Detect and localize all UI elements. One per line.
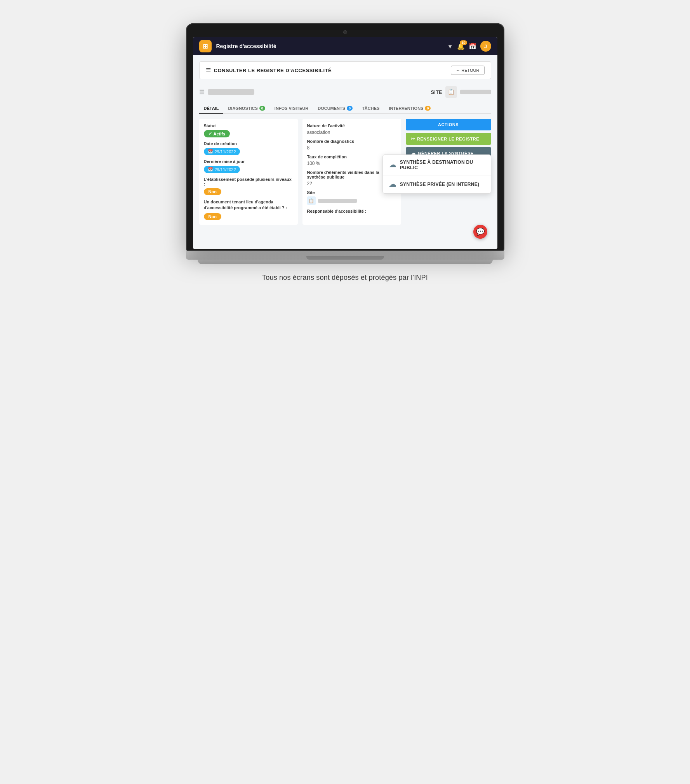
cloud-icon-private: ☁ — [389, 180, 396, 189]
tab-diagnostics-label: DIAGNOSTICS — [228, 106, 257, 111]
calendar-icon-date2: 📅 — [208, 167, 213, 172]
site-text-blur — [460, 90, 491, 94]
tab-interventions-badge: 0 — [425, 106, 431, 111]
page-header: ☰ CONSULTER LE REGISTRE D'ACCESSIBILITÉ … — [199, 61, 491, 79]
activite-value: association — [307, 130, 396, 135]
back-button[interactable]: ← RETOUR — [451, 66, 484, 75]
date-creation-text: 29/11/2022 — [215, 149, 236, 154]
agenda-label: Un document tenant lieu d'agenda d'acces… — [204, 199, 293, 211]
statut-label: Statut — [204, 123, 293, 128]
tabs-row: DÉTAIL DIAGNOSTICS 8 INFOS VISITEUR DOCU… — [199, 103, 491, 114]
niveaux-value: Non — [204, 188, 221, 195]
filter-icon[interactable]: ▼ — [447, 43, 453, 50]
tab-detail[interactable]: DÉTAIL — [199, 103, 224, 114]
dropdown-item-public[interactable]: ☁ SYNTHÈSE À DESTINATION DU PUBLIC — [383, 155, 491, 175]
detail-grid: Statut ✓ Actifs Date de création 📅 29/ — [199, 119, 491, 225]
site-blur-value — [318, 199, 357, 203]
app-content: ☰ CONSULTER LE REGISTRE D'ACCESSIBILITÉ … — [193, 55, 497, 249]
tab-documents-label: DOCUMENTS — [318, 106, 345, 111]
site-label-text: SITE — [431, 89, 442, 95]
laptop-hinge — [306, 256, 384, 260]
activite-label: Nature de l'activité — [307, 123, 396, 128]
app-title: Registre d'accessibilité — [216, 43, 443, 49]
caption-text: Tous nos écrans sont déposés et protégés… — [262, 274, 428, 282]
actions-button[interactable]: ACTIONS — [406, 119, 491, 130]
site-name-blur — [208, 89, 254, 95]
date-creation-label: Date de création — [204, 141, 293, 146]
tab-infos-label: INFOS VISITEUR — [275, 106, 308, 111]
date-creation-value: 📅 29/11/2022 — [204, 148, 240, 155]
tab-interventions-label: INTERVENTIONS — [389, 106, 423, 111]
app-topbar: ⊞ Registre d'accessibilité ▼ 🔔 10 📅 J — [193, 37, 497, 55]
laptop-screen: ⊞ Registre d'accessibilité ▼ 🔔 10 📅 J — [193, 37, 497, 249]
detail-left-col: Statut ✓ Actifs Date de création 📅 29/ — [199, 119, 298, 225]
topbar-right: ▼ 🔔 10 📅 J — [447, 41, 491, 52]
statut-value: Actifs — [214, 132, 226, 136]
site-doc-icon: 📋 — [445, 86, 457, 98]
dropdown-item-private-label: SYNTHÈSE PRIVÉE (EN INTERNE) — [400, 182, 479, 187]
renseigner-label: RENSEIGNER LE REGISTRE — [417, 137, 479, 141]
tab-detail-label: DÉTAIL — [204, 106, 219, 111]
tab-documents-badge: 0 — [347, 106, 353, 111]
laptop-base — [186, 251, 504, 260]
derniere-maj-label: Dernière mise à jour — [204, 159, 293, 164]
derniere-maj-text: 29/11/2022 — [215, 167, 236, 172]
niveaux-label: L'établissement possède plusieurs niveau… — [204, 177, 293, 186]
tab-diagnostics[interactable]: DIAGNOSTICS 8 — [223, 103, 269, 114]
laptop-camera — [343, 30, 347, 34]
tab-infos-visiteur[interactable]: INFOS VISITEUR — [270, 103, 313, 114]
derniere-maj-value: 📅 29/11/2022 — [204, 166, 240, 173]
notification-badge: 10 — [460, 40, 467, 45]
calendar-icon-date1: 📅 — [208, 149, 213, 154]
dropdown-item-private[interactable]: ☁ SYNTHÈSE PRIVÉE (EN INTERNE) — [383, 175, 491, 193]
chat-button[interactable]: 💬 — [473, 225, 487, 239]
tab-interventions[interactable]: INTERVENTIONS 0 — [384, 103, 435, 114]
site-label-right: SITE 📋 — [431, 86, 491, 98]
tab-diagnostics-badge: 8 — [259, 106, 265, 111]
renseigner-arrow-icon: ↦ — [411, 136, 415, 141]
page-header-left: ☰ CONSULTER LE REGISTRE D'ACCESSIBILITÉ — [206, 67, 332, 74]
site-name-block: ☰ — [199, 88, 254, 96]
page-header-title: CONSULTER LE REGISTRE D'ACCESSIBILITÉ — [214, 68, 332, 73]
list-icon: ☰ — [199, 88, 205, 96]
site-doc-icon-small: 📋 — [307, 196, 316, 205]
diagnostics-nb-label: Nombre de diagnostics — [307, 139, 396, 144]
app-logo[interactable]: ⊞ — [199, 40, 212, 52]
page-header-menu-icon: ☰ — [206, 67, 211, 74]
calendar-icon[interactable]: 📅 — [469, 43, 476, 50]
tab-taches-label: TÂCHES — [362, 106, 379, 111]
tab-taches[interactable]: TÂCHES — [357, 103, 384, 114]
statut-badge: ✓ Actifs — [204, 130, 230, 137]
renseigner-button[interactable]: ↦ RENSEIGNER LE REGISTRE — [406, 133, 491, 145]
dropdown-item-public-label: SYNTHÈSE À DESTINATION DU PUBLIC — [400, 160, 485, 170]
app-logo-icon: ⊞ — [203, 43, 208, 50]
site-header-row: ☰ SITE 📋 — [199, 84, 491, 100]
tab-documents[interactable]: DOCUMENTS 0 — [313, 103, 357, 114]
laptop-bottom — [198, 260, 493, 264]
dropdown-menu: ☁ SYNTHÈSE À DESTINATION DU PUBLIC ☁ SYN… — [382, 154, 491, 194]
actions-col: ACTIONS ↦ RENSEIGNER LE REGISTRE ☁ GÉNÉR… — [406, 119, 491, 225]
cloud-icon-public: ☁ — [389, 161, 396, 169]
agenda-value: Non — [204, 213, 221, 220]
notification-icon[interactable]: 🔔 10 — [457, 43, 465, 50]
responsable-label: Responsable d'accessibilité : — [307, 209, 396, 213]
site-value-row: 📋 — [307, 196, 396, 205]
diagnostics-nb-value: 8 — [307, 145, 396, 151]
statut-checkmark: ✓ — [209, 131, 212, 136]
user-avatar[interactable]: J — [480, 41, 491, 52]
